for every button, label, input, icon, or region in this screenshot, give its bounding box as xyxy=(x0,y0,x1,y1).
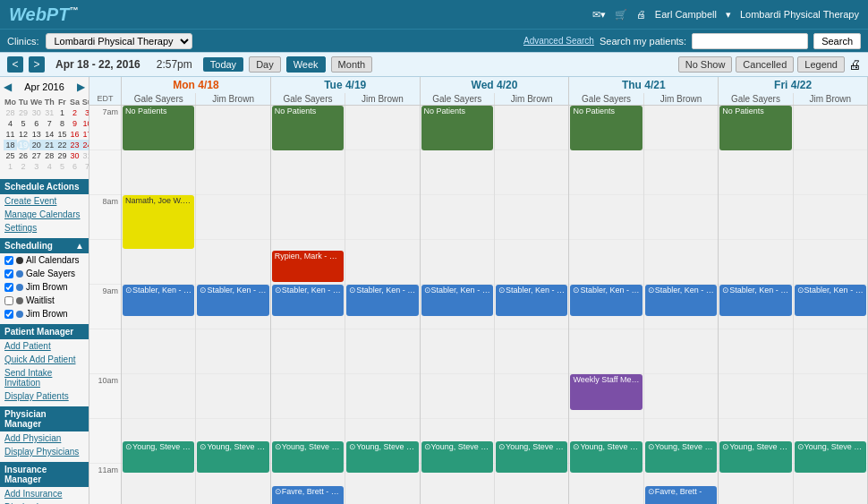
calendar-checkbox[interactable] xyxy=(4,296,13,305)
calendar-event[interactable]: Rypien, Mark - 10/12 xyxy=(272,251,344,282)
calendar-checkbox[interactable] xyxy=(4,310,13,319)
mini-cal-day[interactable]: 30 xyxy=(30,107,43,118)
calendar-event[interactable]: No Patients xyxy=(719,106,791,150)
sidebar-link[interactable]: Manage Calendars xyxy=(0,208,89,221)
user-name[interactable]: Earl Campbell xyxy=(655,9,717,20)
advanced-search-link[interactable]: Advanced Search xyxy=(523,36,594,46)
calendar-event[interactable]: Namath, Joe W. - 0 xyxy=(123,195,194,249)
sidebar-link[interactable]: Add Patient xyxy=(0,339,89,353)
mini-cal-day[interactable]: 31 xyxy=(81,150,89,161)
search-input[interactable] xyxy=(692,33,808,49)
mini-cal-day[interactable]: 3 xyxy=(81,107,89,118)
calendar-event[interactable]: ⊙Young, Steve - 02 xyxy=(197,441,268,473)
mini-cal-day[interactable]: 30 xyxy=(68,150,81,161)
mini-cal-day[interactable]: 21 xyxy=(43,140,55,150)
sidebar-link[interactable]: Send Intake Invitation xyxy=(0,366,89,389)
calendar-event[interactable]: ⊙Young, Steve - 02 xyxy=(570,441,642,473)
mini-cal-day[interactable]: 28 xyxy=(43,150,55,161)
mini-cal-day[interactable]: 10 xyxy=(81,118,89,129)
calendar-event[interactable]: No Patients xyxy=(123,106,194,150)
calendar-event[interactable]: ⊙Favre, Brett - 10/ xyxy=(272,486,344,504)
calendar-event[interactable]: ⊙Young, Steve - 02 xyxy=(123,441,194,473)
mini-cal-day[interactable]: 2 xyxy=(17,161,30,172)
mini-cal-day[interactable]: 20 xyxy=(30,140,43,150)
calendar-event[interactable]: ⊙Young, Steve - 02 xyxy=(645,441,717,473)
mini-cal-day[interactable]: 19 xyxy=(17,140,30,150)
mini-cal-day[interactable]: 29 xyxy=(17,107,30,118)
calendar-event[interactable]: ⊙Stabler, Ken - 12 xyxy=(645,285,717,316)
calendar-event[interactable]: ⊙Stabler, Ken - 12 xyxy=(719,285,791,316)
clinic-select[interactable]: Lombardi Physical Therapy xyxy=(46,33,192,49)
calendar-event[interactable]: ⊙Stabler, Ken - 12 xyxy=(570,285,642,316)
mini-cal-day[interactable]: 26 xyxy=(17,150,30,161)
mini-cal-day[interactable]: 9 xyxy=(68,118,81,129)
calendar-checkbox[interactable] xyxy=(4,256,13,265)
next-week-button[interactable]: > xyxy=(29,56,45,73)
calendar-event[interactable]: ⊙Young, Steve - 02 xyxy=(795,441,866,473)
sidebar-link[interactable]: Add Insurance xyxy=(0,487,89,500)
mini-cal-day[interactable]: 28 xyxy=(4,107,17,118)
mini-cal-day[interactable]: 1 xyxy=(4,161,17,172)
no-show-button[interactable]: No Show xyxy=(678,56,733,73)
calendar-event[interactable]: ⊙Young, Steve - 02 xyxy=(719,441,791,473)
mini-cal-day[interactable]: 4 xyxy=(4,118,17,129)
calendar-event[interactable]: ⊙Young, Steve - 02 xyxy=(421,441,493,473)
month-view-button[interactable]: Month xyxy=(331,56,373,73)
mini-cal-day[interactable]: 29 xyxy=(55,150,68,161)
mini-cal-day[interactable]: 24 xyxy=(81,140,89,150)
sidebar-link[interactable]: Create Event xyxy=(0,194,89,208)
mini-cal-day[interactable]: 6 xyxy=(68,161,81,172)
mini-cal-day[interactable]: 2 xyxy=(68,107,81,118)
mini-cal-day[interactable]: 25 xyxy=(4,150,17,161)
mini-cal-day[interactable]: 11 xyxy=(4,129,17,140)
mini-cal-day[interactable]: 14 xyxy=(43,129,55,140)
calendar-event[interactable]: ⊙Young, Steve - 02 xyxy=(272,441,344,473)
sidebar-link[interactable]: Display Insurance xyxy=(0,500,89,504)
clinic-name[interactable]: Lombardi Physical Therapy xyxy=(740,9,859,20)
mini-cal-day[interactable]: 23 xyxy=(68,140,81,150)
mini-cal-day[interactable]: 27 xyxy=(30,150,43,161)
today-button[interactable]: Today xyxy=(203,57,243,72)
calendar-event[interactable]: ⊙Stabler, Ken - 12/2 xyxy=(346,285,418,316)
mini-cal-prev[interactable]: ◀ xyxy=(4,81,12,93)
day-view-button[interactable]: Day xyxy=(249,56,281,73)
calendar-event[interactable]: No Patients xyxy=(570,106,642,150)
mini-cal-next[interactable]: ▶ xyxy=(77,81,85,93)
mini-cal-day[interactable]: 18 xyxy=(4,140,17,150)
mini-cal-day[interactable]: 13 xyxy=(30,129,43,140)
scheduling-toggle[interactable]: ▲ xyxy=(75,241,84,251)
calendar-event[interactable]: No Patients xyxy=(421,106,493,150)
calendar-event[interactable]: ⊙Stabler, Ken - 12/2 xyxy=(272,285,344,316)
cancelled-button[interactable]: Cancelled xyxy=(736,56,794,73)
mini-cal-day[interactable]: 5 xyxy=(17,118,30,129)
mini-cal-day[interactable]: 15 xyxy=(55,129,68,140)
calendar-event[interactable]: ⊙Stabler, Ken - 12/2 xyxy=(197,285,268,316)
calendar-event[interactable]: ⊙Young, Steve - 02 xyxy=(496,441,567,473)
calendar-event[interactable]: Weekly Staff Meetin xyxy=(570,374,642,410)
sidebar-link[interactable]: Add Physician xyxy=(0,431,89,445)
mini-cal-day[interactable]: 4 xyxy=(43,161,55,172)
calendar-event[interactable]: ⊙Stabler, Ken - 12/2 xyxy=(123,285,194,316)
sidebar-link[interactable]: Display Patients xyxy=(0,389,89,403)
calendar-event[interactable]: ⊙Young, Steve - 02 xyxy=(346,441,418,473)
mini-cal-day[interactable]: 17 xyxy=(81,129,89,140)
calendar-event[interactable]: ⊙Favre, Brett - xyxy=(645,486,717,504)
mini-cal-day[interactable]: 22 xyxy=(55,140,68,150)
legend-button[interactable]: Legend xyxy=(797,56,845,73)
calendar-event[interactable]: ⊙Stabler, Ken - 12 xyxy=(496,285,567,316)
mini-cal-day[interactable]: 3 xyxy=(30,161,43,172)
mini-cal-day[interactable]: 1 xyxy=(55,107,68,118)
sidebar-link[interactable]: Quick Add Patient xyxy=(0,353,89,366)
calendar-event[interactable]: No Patients xyxy=(272,106,344,150)
search-button[interactable]: Search xyxy=(813,33,861,49)
mini-cal-day[interactable]: 16 xyxy=(68,129,81,140)
email-icon[interactable]: ✉▾ xyxy=(592,9,606,21)
cart-icon[interactable]: 🛒 xyxy=(615,9,627,21)
calendar-event[interactable]: ⊙Stabler, Ken - 12 xyxy=(421,285,493,316)
mini-cal-day[interactable]: 5 xyxy=(55,161,68,172)
calendar-checkbox[interactable] xyxy=(4,269,13,278)
mini-cal-day[interactable]: 7 xyxy=(43,118,55,129)
mini-cal-day[interactable]: 6 xyxy=(30,118,43,129)
prev-week-button[interactable]: < xyxy=(7,56,23,73)
mini-cal-day[interactable]: 12 xyxy=(17,129,30,140)
